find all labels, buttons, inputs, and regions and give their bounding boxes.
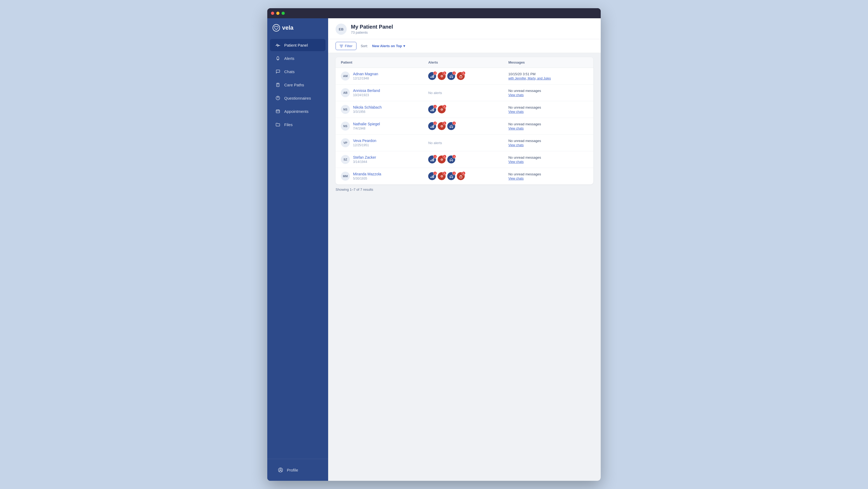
patient-avatar: AB bbox=[341, 88, 350, 97]
messages-cell: No unread messages View chats bbox=[503, 118, 593, 135]
message-time: 10/15/20 3:51 PM bbox=[508, 72, 588, 76]
alert-count: 1 bbox=[443, 105, 446, 108]
alert-count: 1 bbox=[452, 121, 456, 125]
sidebar-item-care-paths[interactable]: Care Paths bbox=[270, 79, 326, 91]
svg-rect-8 bbox=[433, 75, 434, 78]
view-chats-link[interactable]: View chats bbox=[508, 160, 588, 164]
chevron-down-icon: ▾ bbox=[403, 44, 405, 48]
no-messages-label: No unread messages bbox=[508, 155, 588, 160]
sidebar-item-patient-panel[interactable]: Patient Panel bbox=[270, 39, 326, 51]
alert-badge: 1 bbox=[428, 172, 436, 180]
messages-cell: No unread messages View chats bbox=[503, 151, 593, 168]
alerts-cell: 2 1 1 1 bbox=[423, 68, 503, 85]
alert-badge: 1 bbox=[428, 106, 436, 113]
calendar-icon bbox=[275, 109, 280, 114]
alert-count: 1 bbox=[443, 171, 446, 175]
alert-badge: 1 bbox=[438, 72, 446, 80]
sidebar-item-alerts[interactable]: Alerts bbox=[270, 52, 326, 64]
col-patient: Patient bbox=[336, 57, 423, 68]
sidebar-item-files[interactable]: Files bbox=[270, 118, 326, 131]
alerts-cell: 1 1 bbox=[423, 101, 503, 118]
table-row[interactable]: NS Nikola Schlabach 3/3/1956 1 1 No unre… bbox=[336, 101, 593, 118]
sidebar-item-profile[interactable]: Profile bbox=[273, 464, 323, 476]
maximize-dot[interactable] bbox=[282, 12, 285, 15]
alerts-cell: 1 1 1 bbox=[423, 151, 503, 168]
alert-count: 2 bbox=[433, 121, 437, 125]
view-chats-link[interactable]: View chats bbox=[508, 110, 588, 114]
sidebar-profile-label: Profile bbox=[287, 468, 298, 472]
titlebar bbox=[267, 8, 601, 18]
sidebar-item-appointments[interactable]: Appointments bbox=[270, 105, 326, 117]
view-chats-link[interactable]: View chats bbox=[508, 177, 588, 180]
logo-icon bbox=[273, 24, 280, 31]
svg-rect-20 bbox=[432, 176, 433, 178]
svg-point-2 bbox=[278, 99, 278, 99]
sidebar-item-label: Appointments bbox=[284, 109, 309, 114]
sidebar-item-label: Care Paths bbox=[284, 83, 304, 87]
alert-badge: 1 bbox=[438, 172, 446, 180]
messages-cell: No unread messages View chats bbox=[503, 101, 593, 118]
table-row[interactable]: SZ Stefan Zacker 3/14/1944 1 1 1 No unre… bbox=[336, 151, 593, 168]
sidebar-nav: Patient Panel Alerts bbox=[267, 36, 328, 459]
message-sub[interactable]: with Jennifer, Marty, and Jules bbox=[508, 77, 588, 80]
patient-cell: AM Adnan Magnan 12/12/1948 bbox=[336, 68, 423, 85]
table-row[interactable]: AB Annissa Berland 10/24/1923 No alerts … bbox=[336, 85, 593, 101]
alerts-icons: 1 1 bbox=[428, 106, 498, 113]
alerts-cell: No alerts bbox=[423, 85, 503, 101]
alert-badge: 1 bbox=[438, 122, 446, 130]
patient-count: 73 patients bbox=[351, 30, 393, 34]
page-title: My Patient Panel bbox=[351, 24, 393, 30]
showing-text: Showing 1–7 of 7 results bbox=[336, 188, 593, 192]
table-row[interactable]: NS Nathalie Spiegel 7/4/1948 2 1 1 No un… bbox=[336, 118, 593, 135]
sort-label: Sort: bbox=[361, 44, 368, 48]
alert-count: 1 bbox=[433, 171, 437, 175]
alert-count: 1 bbox=[462, 71, 465, 75]
sidebar-item-label: Alerts bbox=[284, 56, 294, 61]
patient-dob: 7/4/1948 bbox=[353, 126, 380, 130]
no-messages-label: No unread messages bbox=[508, 122, 588, 126]
alert-count: 1 bbox=[443, 155, 446, 159]
alerts-cell: 2 1 1 bbox=[423, 118, 503, 135]
view-chats-link[interactable]: View chats bbox=[508, 126, 588, 130]
no-messages-label: No unread messages bbox=[508, 89, 588, 93]
view-chats-link[interactable]: View chats bbox=[508, 93, 588, 97]
sort-dropdown[interactable]: New Alerts on Top ▾ bbox=[372, 44, 405, 48]
alert-badge: 1 bbox=[457, 172, 465, 180]
patient-avatar: NS bbox=[341, 122, 350, 131]
logo-text: vela bbox=[282, 24, 293, 31]
patient-dob: 3/3/1956 bbox=[353, 110, 381, 114]
svg-rect-9 bbox=[460, 76, 462, 78]
alert-badge: 1 bbox=[447, 72, 455, 80]
minimize-dot[interactable] bbox=[276, 12, 279, 15]
user-circle-icon bbox=[278, 467, 283, 472]
alert-count: 2 bbox=[433, 71, 437, 75]
heart-monitor-icon bbox=[275, 42, 280, 48]
table-row[interactable]: AM Adnan Magnan 12/12/1948 2 1 1 bbox=[336, 68, 593, 85]
toolbar: Filter Sort: New Alerts on Top ▾ bbox=[328, 39, 601, 53]
patient-name: Annissa Berland bbox=[353, 88, 380, 93]
svg-rect-16 bbox=[431, 160, 431, 161]
table-row[interactable]: VP Veva Peardon 12/25/1951 No alerts No … bbox=[336, 135, 593, 151]
patient-cell: VP Veva Peardon 12/25/1951 bbox=[336, 135, 423, 151]
table-row[interactable]: MM Miranda Mazzola 5/30/1935 1 1 1 bbox=[336, 168, 593, 184]
sidebar: vela Patient Panel bbox=[267, 18, 328, 481]
alert-badge: 1 bbox=[447, 122, 455, 130]
filter-button[interactable]: Filter bbox=[336, 42, 356, 50]
messages-cell: No unread messages View chats bbox=[503, 168, 593, 184]
app-window: vela Patient Panel bbox=[267, 8, 601, 481]
patient-dob: 5/30/1935 bbox=[353, 177, 381, 180]
view-chats-link[interactable]: View chats bbox=[508, 143, 588, 147]
no-alerts-label: No alerts bbox=[428, 91, 442, 95]
svg-rect-19 bbox=[431, 177, 431, 178]
alert-badge: 1 bbox=[428, 155, 436, 164]
alerts-icons: 2 1 1 bbox=[428, 122, 498, 130]
alert-count: 1 bbox=[443, 71, 446, 75]
patient-table: Patient Alerts Messages AM Adnan Magnan … bbox=[336, 57, 593, 184]
patient-dob: 12/25/1951 bbox=[353, 143, 376, 147]
close-dot[interactable] bbox=[271, 12, 274, 15]
patient-dob: 3/14/1944 bbox=[353, 160, 376, 164]
sidebar-item-chats[interactable]: Chats bbox=[270, 65, 326, 78]
no-messages-label: No unread messages bbox=[508, 139, 588, 143]
folder-icon bbox=[275, 122, 280, 127]
sidebar-item-questionnaires[interactable]: Questionnaires bbox=[270, 92, 326, 104]
